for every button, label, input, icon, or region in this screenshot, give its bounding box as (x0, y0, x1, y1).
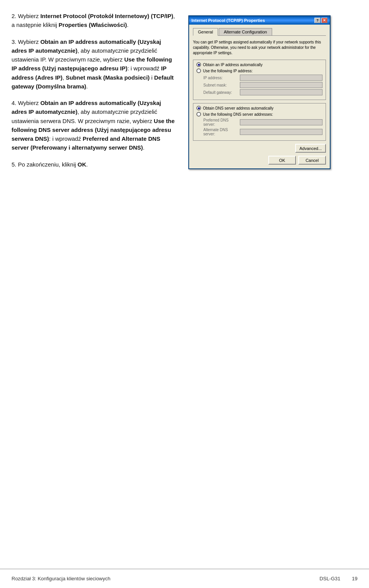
preferred-dns-label: Preferred DNS server: (203, 118, 240, 127)
dialog-screenshot-area: Internet Protocol (TCP/IP) Properties ? … (188, 12, 334, 177)
titlebar-buttons: ? ✕ (314, 18, 327, 23)
dialog-action-buttons: OK Cancel (193, 156, 326, 165)
alternate-dns-input[interactable] (240, 129, 322, 135)
ip-address-input[interactable] (240, 75, 322, 81)
ip-auto-radio[interactable] (196, 62, 201, 67)
dns-manual-radio-row: Use the following DNS server addresses: (196, 112, 322, 117)
subnet-mask-row: Subnet mask: (196, 82, 322, 88)
page-footer: Rozdział 3: Konfiguracja klientów siecio… (0, 569, 369, 588)
dialog-body: General Alternate Configuration You can … (189, 25, 330, 168)
dns-manual-label: Use the following DNS server addresses: (203, 112, 273, 117)
advanced-button-row: Advanced... (193, 144, 326, 153)
dns-manual-radio[interactable] (196, 112, 201, 117)
help-button[interactable]: ? (314, 18, 321, 23)
preferred-dns-input[interactable] (240, 119, 322, 125)
step-4: 4. Wybierz Obtain an IP address automati… (12, 98, 177, 152)
tab-alternate[interactable]: Alternate Configuration (219, 28, 272, 36)
footer-page: 19 (352, 576, 357, 581)
step-4-number: 4. (12, 100, 18, 106)
dns-auto-radio-row: Obtain DNS server address automatically (196, 106, 322, 110)
step-3-number: 3. (12, 38, 18, 45)
ip-address-section: Obtain an IP address automatically Use t… (193, 60, 326, 100)
step-3: 3. Wybierz Obtain an IP address automati… (12, 37, 177, 91)
step-5: 5. Po zakończeniu, kliknij OK. (12, 160, 177, 169)
ip-auto-label: Obtain an IP address automatically (203, 63, 263, 67)
footer-right: DSL-G31 19 (319, 576, 357, 581)
ip-auto-radio-row: Obtain an IP address automatically (196, 62, 322, 67)
step-5-number: 5. (12, 161, 18, 168)
subnet-mask-input[interactable] (240, 82, 322, 88)
default-gateway-row: Default gateway: (196, 89, 322, 95)
ok-button[interactable]: OK (268, 156, 296, 165)
footer-chapter: Rozdział 3: Konfiguracja klientów siecio… (12, 576, 110, 581)
ip-manual-radio-row: Use the following IP address: (196, 68, 322, 73)
instructions-column: 2. Wybierz Internet Protocol (Protokół I… (12, 12, 177, 177)
step-2: 2. Wybierz Internet Protocol (Protokół I… (12, 12, 177, 30)
close-button[interactable]: ✕ (321, 18, 327, 23)
tcp-ip-dialog: Internet Protocol (TCP/IP) Properties ? … (188, 15, 331, 169)
tab-bar: General Alternate Configuration (193, 28, 326, 36)
advanced-button[interactable]: Advanced... (295, 144, 326, 153)
dialog-title: Internet Protocol (TCP/IP) Properties (191, 18, 265, 23)
ip-address-row: IP address: (196, 75, 322, 81)
dialog-info-text: You can get IP settings assigned automat… (193, 40, 326, 56)
default-gateway-input[interactable] (240, 89, 322, 95)
alternate-dns-row: Alternate DNS server: (196, 128, 322, 136)
default-gateway-label: Default gateway: (203, 90, 240, 95)
dns-auto-radio[interactable] (196, 106, 201, 110)
dns-auto-label: Obtain DNS server address automatically (203, 106, 273, 110)
alternate-dns-label: Alternate DNS server: (203, 128, 240, 136)
tab-general[interactable]: General (193, 28, 218, 36)
preferred-dns-row: Preferred DNS server: (196, 118, 322, 127)
dns-section: Obtain DNS server address automatically … (193, 103, 326, 141)
ip-manual-radio[interactable] (196, 68, 201, 73)
dialog-titlebar: Internet Protocol (TCP/IP) Properties ? … (189, 16, 330, 25)
step-2-number: 2. (12, 13, 18, 19)
subnet-mask-label: Subnet mask: (203, 83, 240, 87)
footer-product: DSL-G31 (319, 576, 340, 581)
cancel-button[interactable]: Cancel (298, 156, 326, 165)
ip-manual-label: Use the following IP address: (203, 69, 253, 73)
ip-address-label: IP address: (203, 76, 240, 80)
